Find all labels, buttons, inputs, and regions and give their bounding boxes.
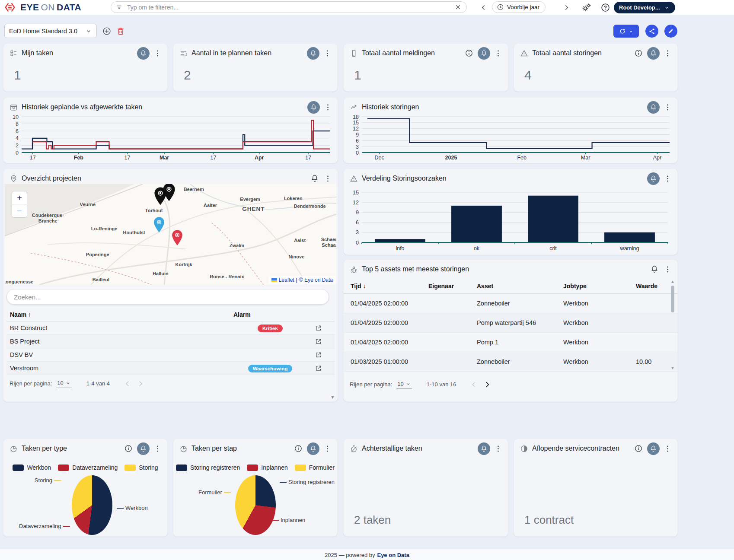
top5-pagination: Rijen per pagina: 10 1-10 van 16 [350,380,671,389]
eye-on-data-link[interactable]: © Eye on Data [299,277,333,283]
prev-page-button[interactable] [124,379,132,388]
info-button[interactable] [465,49,474,58]
svg-text:Feb: Feb [74,155,84,161]
alerts-button[interactable] [478,47,490,60]
card-menu-button[interactable] [664,444,672,453]
card-menu-button[interactable] [153,48,162,58]
user-menu-button[interactable]: Root Develop... [614,2,675,13]
alerts-button[interactable] [647,101,660,114]
alerts-button[interactable] [310,174,320,183]
svg-text:15: 15 [353,120,359,126]
card-menu-button[interactable] [324,174,332,183]
alerts-button[interactable] [307,47,319,60]
table-row[interactable]: BR Construct Kritiek [6,321,335,335]
open-project-button[interactable] [315,364,323,372]
open-project-button[interactable] [315,337,323,346]
column-asset[interactable]: Asset [477,283,563,290]
info-button[interactable] [294,444,303,453]
info-button[interactable] [634,444,643,453]
card-title: Achterstallige taken [362,445,422,452]
svg-text:crit: crit [549,245,557,251]
scroll-up-icon[interactable]: ▲ [670,280,675,284]
alerts-button[interactable] [478,442,490,455]
card-menu-button[interactable] [664,48,672,58]
card-menu-button[interactable] [664,174,672,183]
global-filter-input[interactable] [126,3,453,11]
column-waarde[interactable]: Waarde [636,283,657,290]
alerts-button[interactable] [307,101,320,114]
card-menu-button[interactable] [323,48,332,58]
time-range-button[interactable]: Voorbije jaar [492,1,546,13]
map-marker-pin[interactable] [170,229,185,246]
refresh-button[interactable] [613,25,639,38]
card-menu-button[interactable] [664,102,672,112]
column-alarm[interactable]: Alarm [233,311,307,318]
card-menu-button[interactable] [153,444,162,453]
alerts-button[interactable] [137,442,150,455]
trash-icon [116,26,125,36]
callout-line [117,508,124,509]
clear-filter-button[interactable] [453,3,462,12]
column-jobtype[interactable]: Jobtype [563,283,636,290]
time-range-label: Voorbije jaar [507,4,539,10]
alerts-button[interactable] [647,172,660,185]
help-button[interactable] [600,2,610,13]
info-button[interactable] [124,444,133,453]
project-search-input[interactable] [6,289,329,305]
alerts-button[interactable] [647,442,660,455]
open-project-button[interactable] [315,350,323,359]
share-icon [648,28,656,35]
table-row[interactable]: DSV BV [6,348,335,362]
map-place-label: Coudekerque-Branche [28,213,68,224]
edit-dashboard-button[interactable] [664,25,677,38]
map-place-label: Ninove [289,254,305,259]
next-page-button[interactable] [483,380,491,389]
alerts-button[interactable] [650,264,660,274]
time-range-prev-button[interactable] [479,3,488,12]
app-logo[interactable]: EYEONDATA [3,1,81,14]
info-button[interactable] [634,49,643,58]
alerts-button[interactable] [137,47,150,60]
alerts-button[interactable] [647,47,660,60]
card-menu-button[interactable] [323,444,332,453]
delete-dashboard-button[interactable] [116,26,126,36]
pin-icon [170,229,185,246]
card-menu-button[interactable] [494,48,503,58]
pin-icon [152,186,169,206]
column-naam[interactable]: Naam [10,311,26,318]
map-marker-pin[interactable] [152,186,169,206]
map-marker-pin[interactable] [152,216,166,233]
rows-per-page-select[interactable]: 10 [56,379,71,388]
open-project-button[interactable] [315,324,323,332]
column-eigenaar[interactable]: Eigenaar [428,283,477,290]
leaflet-link[interactable]: Leaflet [279,277,294,283]
card-menu-button[interactable] [324,102,332,112]
card-menu-button[interactable] [664,264,672,274]
page-range: 1-10 van 16 [427,381,456,388]
scroll-down-icon[interactable]: ▼ [670,366,675,370]
svg-text:Mar: Mar [160,155,169,161]
chart-title: Taken per type [22,445,67,452]
footer-brand-link[interactable]: Eye on Data [377,552,409,558]
next-page-button[interactable] [137,379,145,388]
leaflet-map[interactable]: BeernemEvergemLokerenAalterGHENTDendermo… [5,184,336,285]
add-dashboard-button[interactable] [102,26,112,36]
eye-on-data-logo-icon [3,1,16,14]
dashboard-select[interactable]: EoD Home Standard 3.0 [4,24,97,38]
settings-button[interactable] [581,2,591,13]
chevron-left-icon [480,4,487,11]
chart-card-historiek-storingen: Historiek storingen 0369121518Dec2025Feb… [343,97,678,163]
table-row[interactable]: Verstroom Waarschuwing [6,362,335,375]
share-button[interactable] [645,25,658,38]
prev-page-button[interactable] [470,380,479,389]
alerts-button[interactable] [307,442,319,455]
scrollbar-thumb[interactable] [671,286,674,312]
table-row[interactable]: BS Project [6,335,335,348]
svg-text:Dec: Dec [374,155,384,161]
time-range-next-button[interactable] [562,3,571,12]
zoom-in-button[interactable]: + [12,191,27,204]
rows-per-page-select[interactable]: 10 [396,380,412,389]
column-tijd[interactable]: Tijd [351,283,361,290]
zoom-out-button[interactable]: − [12,204,27,217]
card-menu-button[interactable] [494,444,503,453]
